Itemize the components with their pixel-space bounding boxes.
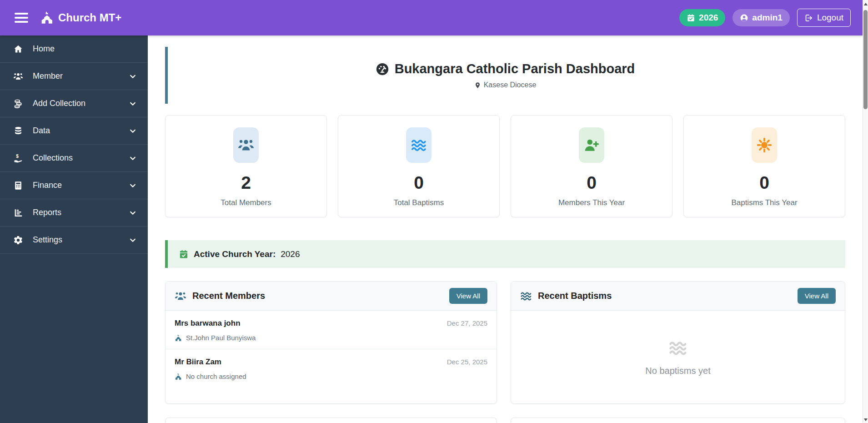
navbar-right: 2026 admin1 Logout [679,9,851,27]
chevron-down-icon [129,100,137,108]
home-icon [13,44,24,55]
church-icon [175,373,182,380]
member-name: Mr Biira Zam [175,358,221,367]
sun-icon [752,127,777,163]
partial-panel-right [511,418,845,423]
view-all-baptisms-button[interactable]: View All [798,288,836,304]
app-brand-label: Church MT+ [58,11,121,24]
stat-value: 0 [587,173,597,193]
sidebar-item-label: Data [33,126,50,136]
member-church: No church assigned [186,373,246,380]
panel-title: Recent Baptisms [538,291,612,301]
sidebar-item-label: Member [33,71,63,81]
scrollbar-thumb[interactable] [863,10,868,109]
baptisms-empty-text: No baptisms yet [645,366,710,376]
page-subtitle: Kasese Diocese [474,81,537,89]
users-icon [233,127,259,163]
panels-row: Recent Members View All Mrs barwana john… [165,281,845,404]
partial-panel-left [165,418,497,423]
sidebar-item-finance[interactable]: Finance [0,172,148,199]
sidebar-item-add-collection[interactable]: Add Collection [0,90,148,117]
sidebar-item-label: Settings [33,235,62,245]
sidebar-item-label: Reports [33,208,61,217]
member-list-item[interactable]: Mr Biira Zam Dec 25, 2025 No church assi… [166,349,497,388]
menu-toggle-icon[interactable] [15,13,28,23]
calendar-check-icon [179,249,189,259]
page-title: Bukangara Catholic Parish Dashboard [376,61,635,76]
year-badge-label: 2026 [699,13,718,23]
hand-dollar-icon: $ [13,153,24,164]
sidebar-item-data[interactable]: Data [0,117,148,145]
user-plus-icon [579,127,604,163]
stat-label: Total Baptisms [394,198,444,207]
database-icon [13,126,24,136]
member-date: Dec 27, 2025 [447,319,487,327]
next-panels-row [165,418,845,423]
stat-card-members-this-year: 0 Members This Year [511,115,672,217]
coins-icon [13,98,24,109]
stat-value: 2 [241,173,251,193]
active-year-value: 2026 [281,249,300,259]
chevron-down-icon [129,127,137,135]
svg-text:$: $ [16,153,19,158]
chevron-down-icon [129,209,137,217]
sidebar-item-collections[interactable]: $ Collections [0,145,148,172]
stat-value: 0 [759,173,769,193]
sidebar-item-label: Add Collection [33,99,85,108]
top-navbar: Church MT+ 2026 admin1 [0,0,863,35]
stat-label: Baptisms This Year [731,198,797,207]
app-brand[interactable]: Church MT+ [40,11,121,25]
sidebar: Home Member A [0,35,148,423]
users-icon [175,290,186,302]
water-icon [665,338,691,358]
users-icon [13,71,24,82]
app-window: Church MT+ 2026 admin1 [0,0,868,423]
year-badge[interactable]: 2026 [679,9,725,26]
dashboard-header: Bukangara Catholic Parish Dashboard Kase… [165,47,843,104]
logout-button-label: Logout [817,13,843,23]
navbar-left: Church MT+ [15,11,121,25]
sidebar-item-label: Collections [33,153,73,163]
member-name: Mrs barwana john [175,319,241,328]
chevron-down-icon [129,72,137,81]
user-badge-label: admin1 [752,13,783,23]
baptisms-empty-state: No baptisms yet [511,311,845,404]
water-icon [520,290,532,302]
logout-button[interactable]: Logout [797,9,851,27]
sidebar-item-home[interactable]: Home [0,35,148,63]
recent-members-panel: Recent Members View All Mrs barwana john… [165,281,497,404]
member-church: St.John Paul Bunyiswa [186,334,256,342]
gauge-icon [376,62,389,76]
sidebar-item-label: Home [33,44,55,54]
main-content: Bukangara Catholic Parish Dashboard Kase… [148,35,863,423]
water-icon [406,127,431,163]
stat-value: 0 [414,173,424,193]
sidebar-item-member[interactable]: Member [0,63,148,90]
sign-out-icon [804,14,813,22]
user-circle-icon [740,14,748,22]
sidebar-item-reports[interactable]: Reports [0,199,148,227]
view-all-members-button[interactable]: View All [449,288,487,304]
active-year-label: Active Church Year: [194,249,276,259]
chevron-down-icon [129,236,137,244]
scrollbar-up-arrow-icon[interactable] [864,3,868,5]
page-subtitle-text: Kasese Diocese [484,81,537,89]
recent-baptisms-panel: Recent Baptisms View All No baptisms yet [511,281,845,404]
page-title-text: Bukangara Catholic Parish Dashboard [395,61,635,76]
member-list-item[interactable]: Mrs barwana john Dec 27, 2025 St.John Pa… [166,311,497,349]
active-year-banner: Active Church Year: 2026 [165,240,845,268]
bar-chart-icon [13,207,24,218]
sidebar-item-settings[interactable]: Settings [0,227,148,254]
stat-label: Total Members [221,198,271,207]
chevron-down-icon [129,154,137,162]
scrollbar-down-arrow-icon[interactable] [864,418,868,421]
calendar-check-icon [687,14,695,22]
stat-card-baptisms-this-year: 0 Baptisms This Year [683,115,845,217]
church-icon [40,11,54,25]
user-badge[interactable]: admin1 [733,9,790,26]
stat-card-total-members: 2 Total Members [165,115,327,217]
location-pin-icon [474,82,481,89]
member-date: Dec 25, 2025 [447,358,487,366]
vertical-scrollbar[interactable] [863,0,868,423]
sidebar-item-label: Finance [33,181,62,190]
